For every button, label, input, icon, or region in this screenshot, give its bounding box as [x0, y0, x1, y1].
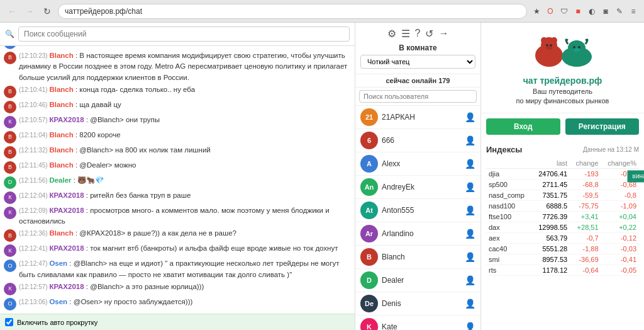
user-avatar: A	[360, 155, 378, 173]
user-avatar: Ar	[360, 225, 378, 242]
auth-buttons: Вход Регистрация	[481, 113, 644, 140]
user-add-icon[interactable]: 👤	[465, 275, 475, 285]
feedback-tab[interactable]: Отзывы и предложения	[627, 171, 644, 183]
ext2-icon[interactable]: ■	[572, 6, 584, 17]
msg-time: (12:12:09)	[19, 207, 49, 214]
message-row: B (12:10:23) Blanch : В настоящее время …	[4, 50, 351, 84]
user-search-input[interactable]	[359, 90, 477, 103]
right-panel: чат трейдеров.рф Ваш путеводитель по мир…	[481, 23, 644, 330]
user-add-icon[interactable]: 👤	[465, 252, 475, 262]
user-add-icon[interactable]: 👤	[465, 299, 475, 309]
indices-tbody: djia 24706.41 -193 -0,78 sp500 2711.45 -…	[486, 168, 639, 275]
refresh-icon[interactable]: ↺	[425, 28, 433, 40]
msg-content: (12:10:57) КРАХ2018 : @Blanch> они трупы	[19, 115, 351, 125]
msg-content: (12:12:04) КРАХ2018 : ритейл без банка т…	[19, 190, 351, 201]
index-row: nasd_comp 7351.75 -59,5 -0,8	[486, 190, 639, 200]
index-name: dax	[486, 222, 532, 232]
middle-panel: ⚙ ☰ ? ↺ → В комнате Чоткий чатец сейчас …	[355, 23, 481, 330]
search-input[interactable]	[18, 26, 350, 42]
index-row: sp500 2711.45 -68,8 -0,68	[486, 179, 639, 190]
ext5-icon[interactable]: ✎	[614, 6, 625, 17]
user-list-item[interactable]: Ar Arlandino 👤	[355, 222, 480, 246]
autoscroll-checkbox[interactable]	[5, 318, 13, 326]
msg-content: (12:10:23) Blanch : В настоящее время ко…	[19, 50, 351, 83]
ext1-icon[interactable]: 🛡	[558, 6, 570, 17]
user-list-item[interactable]: At Anton555 👤	[355, 199, 480, 222]
room-label: В комнате	[360, 43, 475, 52]
msg-time: (12:10:46)	[19, 101, 49, 108]
msg-username: КРАХ2018	[49, 191, 84, 199]
user-name: Anton555	[382, 206, 461, 215]
index-name: djia	[486, 168, 532, 179]
msg-content: (12:13:06) Osen : @Osen> ну просто заблу…	[19, 297, 351, 307]
msg-avatar: D	[4, 176, 16, 189]
index-change: +28,51	[570, 222, 601, 232]
message-row: O (12:13:06) Osen : @Osen> ну просто заб…	[4, 296, 351, 311]
arrow-icon[interactable]: →	[438, 28, 448, 40]
user-list-item[interactable]: A Alexx 👤	[355, 152, 480, 176]
msg-text: : ток магнит втб (банкроты) и альфа файф…	[84, 244, 338, 252]
index-row: smi 8957.53 -36,69 -0,41	[486, 254, 639, 265]
index-name: rts	[486, 265, 532, 275]
user-avatar: 21	[360, 108, 378, 126]
msg-avatar: B	[4, 146, 16, 159]
index-changepct: +0,04	[601, 211, 639, 222]
message-row: К (12:12:09) КРАХ2018 : просмотров много…	[4, 205, 351, 228]
back-button[interactable]: ←	[5, 4, 19, 18]
ext6-icon[interactable]: ≡	[628, 6, 639, 17]
room-select[interactable]: Чоткий чатец	[360, 55, 475, 69]
msg-time: (12:10:41)	[19, 86, 49, 93]
search-bar: 🔍	[0, 23, 355, 46]
user-list-item[interactable]: 6 666 👤	[355, 129, 480, 152]
svg-point-2	[541, 37, 547, 43]
index-last: 1178.12	[532, 265, 570, 275]
settings-icon[interactable]: ⚙	[387, 28, 396, 40]
user-list-item[interactable]: B Blanch 👤	[355, 246, 480, 269]
index-name: aex	[486, 232, 532, 243]
user-add-icon[interactable]: 👤	[465, 182, 475, 192]
forward-button[interactable]: →	[23, 4, 36, 18]
user-list-item[interactable]: An AndreyEk 👤	[355, 176, 480, 199]
chat-area: 🔍 O (12:08:19) Osen @Dealer> ты хочешь ч…	[0, 23, 355, 330]
user-list-item[interactable]: De Denis 👤	[355, 292, 480, 316]
index-last: 12998.55	[532, 222, 570, 232]
site-tagline1: Ваш путеводитель	[487, 87, 638, 96]
bear-bull-logo	[525, 29, 601, 73]
user-add-icon[interactable]: 👤	[465, 135, 475, 145]
register-button[interactable]: Регистрация	[565, 118, 640, 135]
msg-content: (12:12:36) Blanch : @КРАХ2018> в раше?))…	[19, 228, 351, 239]
menu-icon[interactable]: ☰	[401, 28, 410, 40]
user-add-icon[interactable]: 👤	[465, 322, 475, 330]
msg-time: (12:12:04)	[19, 192, 49, 199]
help-icon[interactable]: ?	[415, 28, 421, 40]
user-add-icon[interactable]: 👤	[465, 205, 475, 215]
autoscroll-bar: Включить авто прокрутку	[0, 314, 355, 330]
user-name: Arlandino	[382, 229, 461, 238]
index-change: -0,64	[570, 265, 601, 275]
star-icon[interactable]: ★	[531, 6, 542, 17]
user-list-item[interactable]: 21 21АРКАН 👤	[355, 106, 480, 129]
index-changepct: -0,12	[601, 232, 639, 243]
user-avatar: D	[360, 271, 378, 289]
msg-avatar: B	[4, 229, 16, 242]
login-button[interactable]: Вход	[486, 118, 560, 135]
msg-time: (12:12:47)	[19, 260, 49, 267]
msg-content: (12:12:57) КРАХ2018 : @Blanch> а это раз…	[19, 282, 351, 292]
user-name: Kate	[382, 322, 461, 330]
user-add-icon[interactable]: 👤	[465, 159, 475, 169]
user-add-icon[interactable]: 👤	[465, 229, 475, 239]
index-name: sp500	[486, 179, 532, 190]
col-changepct: change%	[601, 158, 639, 169]
ext3-icon[interactable]: ◐	[586, 6, 597, 17]
user-avatar: 6	[360, 132, 378, 149]
chat-messages: O (12:08:19) Osen @Dealer> ты хочешь что…	[0, 46, 355, 314]
user-list-item[interactable]: K Kate 👤	[355, 316, 480, 330]
msg-avatar: B	[4, 161, 16, 174]
reload-button[interactable]: ↻	[40, 4, 54, 18]
msg-username: Osen	[49, 298, 67, 305]
user-list-item[interactable]: D Dealer 👤	[355, 269, 480, 292]
user-add-icon[interactable]: 👤	[465, 112, 475, 122]
message-row: К (12:12:04) КРАХ2018 : ритейл без банка…	[4, 190, 351, 205]
opera-icon[interactable]: O	[545, 6, 556, 17]
ext4-icon[interactable]: ◙	[600, 6, 611, 17]
